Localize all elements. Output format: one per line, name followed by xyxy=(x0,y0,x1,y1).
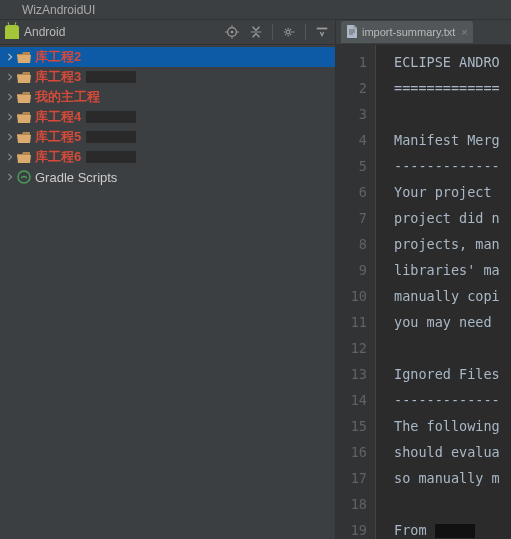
code-line: ------------- xyxy=(394,153,511,179)
svg-rect-8 xyxy=(317,28,328,30)
close-icon[interactable]: × xyxy=(461,26,467,38)
line-number: 3 xyxy=(336,101,367,127)
code-line: so manually m xyxy=(394,465,511,491)
panel-toolbar xyxy=(224,24,330,40)
separator xyxy=(272,24,273,40)
folder-icon xyxy=(17,72,31,83)
code-line: Your project xyxy=(394,179,511,205)
line-number: 8 xyxy=(336,231,367,257)
line-number: 5 xyxy=(336,153,367,179)
line-number: 2 xyxy=(336,75,367,101)
redacted-text xyxy=(86,151,136,163)
text-file-icon xyxy=(346,25,358,39)
expand-arrow-icon[interactable] xyxy=(5,132,15,142)
expand-arrow-icon[interactable] xyxy=(5,172,15,182)
line-number: 9 xyxy=(336,257,367,283)
expand-arrow-icon[interactable] xyxy=(5,112,15,122)
line-number: 14 xyxy=(336,387,367,413)
line-number: 16 xyxy=(336,439,367,465)
editor-panel: import-summary.txt × 1234567891011121314… xyxy=(336,20,511,539)
tree-item[interactable]: 库工程2 xyxy=(0,47,335,67)
window-title: WizAndroidUI xyxy=(22,3,95,17)
expand-arrow-icon[interactable] xyxy=(5,152,15,162)
code-line: Manifest Merg xyxy=(394,127,511,153)
code-line: ============= xyxy=(394,75,511,101)
collapse-icon[interactable] xyxy=(248,24,264,40)
svg-point-7 xyxy=(286,30,290,34)
separator xyxy=(305,24,306,40)
line-number: 13 xyxy=(336,361,367,387)
panel-title[interactable]: Android xyxy=(24,25,224,39)
tree-label: Gradle Scripts xyxy=(35,170,117,185)
line-number: 10 xyxy=(336,283,367,309)
tree-label: 库工程2 xyxy=(35,48,81,66)
line-number: 6 xyxy=(336,179,367,205)
project-panel: Android xyxy=(0,20,336,539)
tree-label: 我的主工程 xyxy=(35,88,100,106)
tree-label: 库工程6 xyxy=(35,148,81,166)
code-line: Ignored Files xyxy=(394,361,511,387)
target-icon[interactable] xyxy=(224,24,240,40)
line-number: 12 xyxy=(336,335,367,361)
line-number: 15 xyxy=(336,413,367,439)
redacted-text xyxy=(435,524,475,538)
line-number: 17 xyxy=(336,465,367,491)
line-number: 7 xyxy=(336,205,367,231)
line-gutter: 12345678910111213141516171819 xyxy=(336,45,376,539)
android-icon xyxy=(5,25,19,39)
code-line: projects, man xyxy=(394,231,511,257)
code-line: From xyxy=(394,517,511,539)
folder-icon xyxy=(17,112,31,123)
tree-item[interactable]: 库工程5 xyxy=(0,127,335,147)
code-line: ECLIPSE ANDRO xyxy=(394,49,511,75)
line-number: 4 xyxy=(336,127,367,153)
tab-import-summary[interactable]: import-summary.txt × xyxy=(341,21,473,43)
tree-item-gradle[interactable]: Gradle Scripts xyxy=(0,167,335,187)
panel-header: Android xyxy=(0,20,335,45)
code-line: The following xyxy=(394,413,511,439)
folder-icon xyxy=(17,52,31,63)
redacted-text xyxy=(86,111,136,123)
code-line: manually copi xyxy=(394,283,511,309)
tree-item[interactable]: 库工程4 xyxy=(0,107,335,127)
project-tree: 库工程2 库工程3 我的主工程 xyxy=(0,45,335,189)
tree-label: 库工程3 xyxy=(35,68,81,86)
code-line: you may need xyxy=(394,309,511,335)
folder-icon xyxy=(17,92,31,103)
line-number: 11 xyxy=(336,309,367,335)
app-icon xyxy=(5,4,17,16)
editor-tabs: import-summary.txt × xyxy=(336,20,511,45)
redacted-text xyxy=(86,71,136,83)
code-line xyxy=(394,101,511,127)
tab-label: import-summary.txt xyxy=(362,26,455,38)
code-line xyxy=(394,491,511,517)
title-bar: WizAndroidUI xyxy=(0,0,511,20)
code-line xyxy=(394,335,511,361)
editor[interactable]: 12345678910111213141516171819 ECLIPSE AN… xyxy=(336,45,511,539)
tree-item[interactable]: 库工程3 xyxy=(0,67,335,87)
line-number: 18 xyxy=(336,491,367,517)
code-content[interactable]: ECLIPSE ANDRO=============Manifest Merg-… xyxy=(376,45,511,539)
expand-arrow-icon[interactable] xyxy=(5,52,15,62)
gradle-icon xyxy=(17,170,31,184)
expand-arrow-icon[interactable] xyxy=(5,72,15,82)
gear-icon[interactable] xyxy=(281,24,297,40)
code-line: ------------- xyxy=(394,387,511,413)
main-area: Android xyxy=(0,20,511,539)
tree-item[interactable]: 我的主工程 xyxy=(0,87,335,107)
line-number: 19 xyxy=(336,517,367,539)
code-line: libraries' ma xyxy=(394,257,511,283)
line-number: 1 xyxy=(336,49,367,75)
redacted-text xyxy=(86,131,136,143)
tree-item[interactable]: 库工程6 xyxy=(0,147,335,167)
code-line: should evalua xyxy=(394,439,511,465)
expand-arrow-icon[interactable] xyxy=(5,92,15,102)
hide-icon[interactable] xyxy=(314,24,330,40)
tree-label: 库工程4 xyxy=(35,108,81,126)
folder-icon xyxy=(17,132,31,143)
code-line: project did n xyxy=(394,205,511,231)
folder-icon xyxy=(17,152,31,163)
tree-label: 库工程5 xyxy=(35,128,81,146)
svg-point-1 xyxy=(231,31,234,34)
